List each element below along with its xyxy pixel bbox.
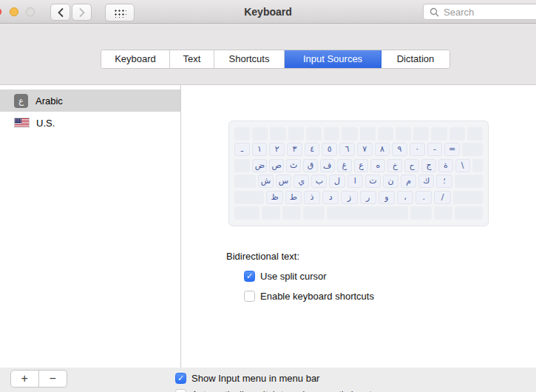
blank-key-cap: [467, 127, 483, 141]
keyboard-row: [234, 206, 483, 220]
enable-keyboard-shortcuts-checkbox[interactable]: [244, 291, 255, 302]
key-cap: ث: [286, 159, 301, 172]
blank-key-cap: [234, 127, 250, 141]
system-preferences-window: Keyboard KeyboardTextShortcutsInput Sour…: [0, 0, 536, 392]
auto-switch-input-checkbox[interactable]: [175, 389, 186, 392]
key-cap: ش: [258, 175, 274, 188]
key-cap: ١: [252, 143, 268, 156]
arabic-input-icon: ع: [14, 94, 28, 108]
input-source-detail: ـ١٢٣٤٥٦٧٨٩٠-=ضصثقفغعهخحجة\شسيبلاتنمك؛ظطذ…: [182, 85, 536, 368]
blank-key-cap: [306, 127, 322, 141]
key-cap: ج: [421, 159, 436, 172]
bidirectional-text-label: Bidirectional text:: [226, 251, 299, 262]
blank-key-cap: [462, 143, 483, 156]
tab-text[interactable]: Text: [170, 50, 214, 68]
key-cap: ٢: [269, 143, 285, 156]
blank-key-cap: [342, 127, 357, 141]
blank-key-cap: [450, 127, 465, 141]
blank-key-cap: [378, 127, 393, 141]
blank-key-cap: [453, 191, 483, 204]
blank-key-cap: [252, 127, 268, 141]
key-cap: ٠: [410, 143, 425, 156]
key-cap: و: [379, 191, 395, 204]
blank-key-cap: [234, 191, 264, 204]
add-input-source-button[interactable]: +: [11, 371, 39, 387]
checkbox-label: Use split cursor: [260, 271, 327, 282]
key-cap: ي: [294, 175, 309, 188]
show-input-menu-label: Show Input menu in menu bar: [191, 373, 319, 384]
keyboard-row: ظطذدزرو،./: [234, 191, 483, 204]
tab-keyboard[interactable]: Keyboard: [101, 50, 170, 68]
search-field[interactable]: [423, 4, 536, 20]
key-cap: ٧: [357, 143, 373, 156]
key-cap: ٨: [375, 143, 390, 156]
key-cap: ٩: [392, 143, 407, 156]
input-sources-list: عArabicU.S.: [0, 85, 181, 368]
keyboard-preview: ـ١٢٣٤٥٦٧٨٩٠-=ضصثقفغعهخحجة\شسيبلاتنمك؛ظطذ…: [228, 121, 489, 226]
sidebar-item-u-s[interactable]: U.S.: [0, 112, 180, 134]
sidebar-item-label: U.S.: [36, 118, 55, 129]
key-cap: ،: [397, 191, 413, 204]
show-input-menu-checkbox[interactable]: ✓: [175, 373, 186, 384]
key-cap: ٤: [305, 143, 320, 156]
key-cap: =: [444, 143, 460, 156]
key-cap: ص: [269, 159, 284, 172]
key-cap: ت: [365, 175, 381, 188]
key-cap: ـ: [234, 143, 250, 156]
key-cap: ا: [347, 175, 363, 188]
blank-key-cap: [234, 175, 256, 188]
key-cap: ذ: [304, 191, 320, 204]
show-input-menu-row[interactable]: ✓ Show Input menu in menu bar: [175, 372, 319, 385]
key-cap: خ: [387, 159, 402, 172]
blank-key-cap: [324, 127, 339, 141]
tab-dictation[interactable]: Dictation: [381, 50, 450, 68]
key-cap: ظ: [266, 191, 282, 204]
title-bar: Keyboard: [0, 0, 536, 24]
add-remove-control: + −: [10, 370, 67, 388]
content-area: عArabicU.S. ـ١٢٣٤٥٦٧٨٩٠-=ضصثقفغعهخحجة\شس…: [0, 85, 536, 368]
key-cap: ع: [354, 159, 369, 172]
blank-key-cap: [262, 206, 280, 220]
us-flag-canton: [15, 118, 21, 124]
key-cap: د: [322, 191, 339, 204]
us-flag-icon: [14, 118, 30, 128]
key-cap: ة: [438, 159, 453, 172]
blank-key-cap: [288, 127, 304, 141]
blank-key-cap: [327, 206, 408, 220]
keyboard-row: ضصثقفغعهخحجة\: [234, 159, 483, 172]
option-row-enable-keyboard-shortcuts[interactable]: Enable keyboard shortcuts: [244, 290, 374, 303]
blank-key-cap: [234, 206, 259, 220]
key-cap: ط: [285, 191, 302, 204]
key-cap: /: [434, 191, 450, 204]
key-cap: -: [427, 143, 443, 156]
sidebar-item-label: Arabic: [35, 95, 63, 107]
tab-shortcuts[interactable]: Shortcuts: [214, 50, 285, 68]
footer-bar: + − ✓ Show Input menu in menu bar Automa…: [0, 368, 536, 392]
blank-key-cap: [431, 127, 447, 141]
tab-strip-area: KeyboardTextShortcutsInput SourcesDictat…: [0, 24, 536, 85]
blank-key-cap: [282, 206, 301, 220]
blank-key-cap: [234, 159, 250, 172]
use-split-cursor-checkbox[interactable]: ✓: [244, 271, 255, 282]
remove-input-source-button[interactable]: −: [39, 371, 67, 387]
key-cap: .: [415, 191, 432, 204]
blank-key-cap: [434, 206, 452, 220]
blank-key-cap: [396, 127, 411, 141]
key-cap: ر: [360, 191, 376, 204]
tab-input-sources[interactable]: Input Sources: [285, 50, 381, 68]
keyboard-row: ـ١٢٣٤٥٦٧٨٩٠-=: [234, 143, 483, 156]
search-input[interactable]: [442, 4, 535, 19]
key-cap: ن: [383, 175, 398, 188]
key-cap: ب: [311, 175, 327, 188]
option-row-use-split-cursor[interactable]: ✓Use split cursor: [244, 270, 374, 283]
blank-key-cap: [413, 127, 429, 141]
key-cap: ٥: [322, 143, 337, 156]
key-cap: ق: [303, 159, 318, 172]
sidebar-item-arabic[interactable]: عArabic: [0, 89, 180, 112]
blank-key-cap: [455, 206, 483, 220]
key-cap: ؛: [436, 175, 452, 188]
key-cap: ه: [370, 159, 385, 172]
auto-switch-input-row[interactable]: Automatically switch to a document's inp…: [175, 388, 403, 392]
key-cap: غ: [337, 159, 352, 172]
blank-key-cap: [360, 127, 376, 141]
